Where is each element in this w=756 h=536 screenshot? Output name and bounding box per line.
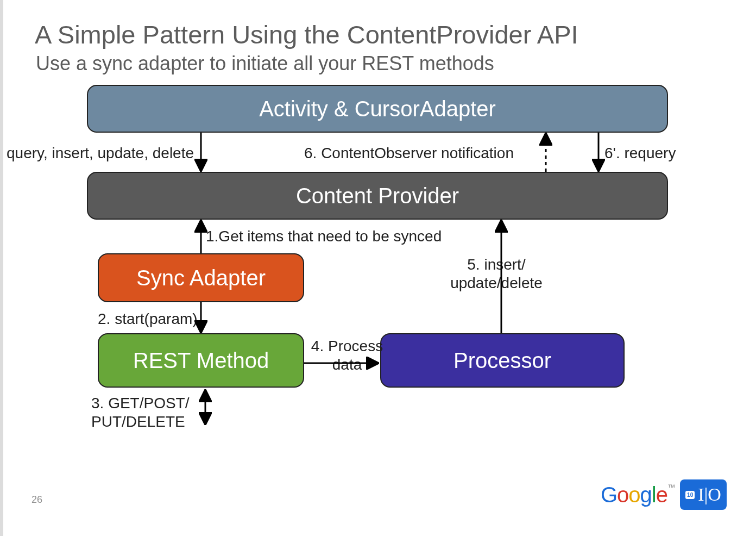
tm-symbol: ™ <box>667 483 675 491</box>
left-margin-bar <box>0 0 3 536</box>
slide-title: A Simple Pattern Using the ContentProvid… <box>35 20 578 49</box>
box-rest-method-label: REST Method <box>133 348 269 373</box>
label-step3-line1: 3. GET/POST/ <box>91 395 189 412</box>
box-activity-label: Activity & CursorAdapter <box>259 97 496 121</box>
io-text: I|O <box>698 484 721 505</box>
box-sync-adapter-label: Sync Adapter <box>136 266 266 290</box>
box-sync-adapter: Sync Adapter <box>98 253 304 302</box>
label-step6: 6. ContentObserver notification <box>304 144 514 163</box>
label-step4-line2: data <box>332 356 362 373</box>
label-step3: 3. GET/POST/ PUT/DELETE <box>91 394 211 431</box>
box-rest-method: REST Method <box>98 333 304 388</box>
slide: A Simple Pattern Using the ContentProvid… <box>0 0 756 536</box>
label-step6p: 6'. requery <box>604 144 676 163</box>
box-processor-label: Processor <box>453 348 551 373</box>
label-crud: query, insert, update, delete <box>7 144 194 163</box>
label-step1: 1.Get items that need to be synced <box>206 227 442 246</box>
label-step5-line1: 5. insert/ <box>467 256 525 273</box>
box-content-provider-label: Content Provider <box>296 184 459 208</box>
slide-subtitle: Use a sync adapter to initiate all your … <box>36 52 494 75</box>
label-step3-line2: PUT/DELETE <box>91 413 185 430</box>
box-processor: Processor <box>380 333 625 388</box>
label-step2: 2. start(param) <box>98 310 198 328</box>
label-step5-line2: update/delete <box>450 275 543 291</box>
io-badge: 10 I|O <box>680 479 727 510</box>
label-step4: 4. Process data <box>309 337 385 373</box>
label-step5: 5. insert/ update/delete <box>448 255 545 292</box>
footer-logo: Google™ 10 I|O <box>601 479 727 510</box>
label-step4-line1: 4. Process <box>311 338 383 354</box>
google-logo-text: Google™ <box>601 483 675 507</box>
box-content-provider: Content Provider <box>87 172 668 220</box>
box-activity-cursoradapter: Activity & CursorAdapter <box>87 85 668 133</box>
io-year: 10 <box>685 491 695 499</box>
page-number: 26 <box>32 494 42 506</box>
